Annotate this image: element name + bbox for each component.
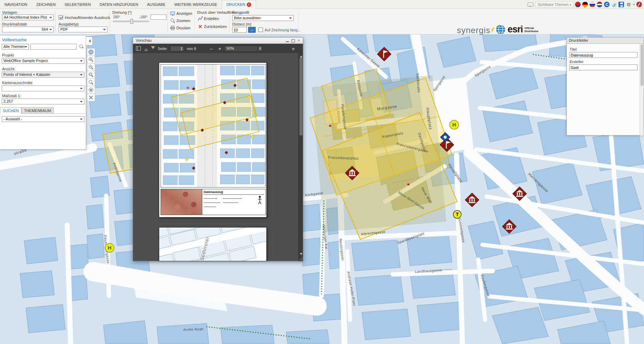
druckmassstab-select[interactable]: 564: [2, 27, 54, 32]
reset-icon: [198, 24, 203, 29]
preview-scrollbar[interactable]: [298, 53, 303, 261]
drehung-slider-track[interactable]: [113, 21, 149, 22]
tab-drucken[interactable]: DRUCKEN×: [222, 0, 256, 9]
hochaufloesend-checkbox[interactable]: [59, 15, 63, 20]
ersteller-input[interactable]: [569, 64, 637, 70]
scroll-up-icon[interactable]: [300, 54, 303, 58]
magnifier-icon: [170, 18, 175, 23]
window-resize-grip[interactable]: [299, 257, 303, 261]
spinner-up-icon[interactable]: [259, 46, 261, 48]
druckmassstab-label: Druckmaßstab: [2, 22, 27, 26]
zoom-last-button[interactable]: [87, 79, 95, 86]
druckfelder-scrollbar[interactable]: [640, 44, 644, 135]
zoom-out-button[interactable]: [87, 63, 95, 71]
zoom-window-button[interactable]: [87, 71, 95, 79]
fangprofil-select[interactable]: Bitte auswählen: [232, 15, 294, 21]
zoom-out-preview-button[interactable]: –: [210, 45, 213, 51]
zoom-in-preview-button[interactable]: +: [218, 45, 221, 51]
zuruecksetzen-button[interactable]: Zurücksetzen: [198, 24, 227, 29]
auswahl-select[interactable]: - Auswahl -: [2, 116, 84, 122]
zoom-spinner[interactable]: [257, 46, 262, 51]
distanz-apply-button[interactable]: →: [248, 27, 256, 33]
tab-suchen[interactable]: SUCHEN: [0, 107, 21, 114]
verlauflinie-label: Druck über Verlauflinie: [197, 10, 235, 14]
drehung-value-input[interactable]: [151, 14, 166, 20]
anzeigen-button[interactable]: Anzeigen: [170, 11, 192, 16]
drucken-button[interactable]: Drucken: [170, 26, 191, 30]
tab-themenbaum[interactable]: THEMENBAUM: [21, 107, 54, 114]
map-viewport[interactable]: Admonter GasseBadgasseSackstraßeSporgass…: [0, 34, 644, 344]
drehung-slider-handle[interactable]: [130, 19, 133, 24]
ausgabetyp-label: Ausgabetyp: [59, 22, 79, 26]
zoomen-button[interactable]: Zoomen: [170, 18, 190, 23]
erstellen-button[interactable]: Erstellen: [198, 16, 219, 21]
ansicht-select[interactable]: Points of Interest + Kataster: [2, 72, 84, 78]
search-icon[interactable]: [79, 44, 84, 49]
projekt-select[interactable]: WebOffice Sample Project: [2, 58, 84, 64]
tab-navigation[interactable]: NAVIGATION: [0, 0, 32, 9]
titel-input[interactable]: [569, 52, 637, 58]
poi-dot-icon[interactable]: [407, 183, 409, 185]
tab-weitere-werkzeuge[interactable]: WEITERE WERKZEUGE: [170, 0, 222, 9]
zoom-in-button[interactable]: [87, 56, 95, 63]
logout-icon[interactable]: [636, 2, 642, 7]
draw-line-icon: [198, 16, 203, 21]
tab-ausgabe[interactable]: AUSGABE: [143, 0, 170, 9]
tab-daten-hinzufuegen[interactable]: DATEN HINZUFÜGEN: [95, 0, 143, 9]
scrollbar-thumb[interactable]: [641, 44, 643, 86]
more-tools-button[interactable]: »: [292, 46, 295, 51]
vorlagen-select[interactable]: A4 Hochformat Index Plot: [2, 14, 54, 20]
volltextsuche-link[interactable]: Volltextsuche: [2, 38, 27, 42]
poi-dot-icon[interactable]: [329, 125, 331, 127]
page-layout-icon[interactable]: [136, 46, 141, 51]
vorschau-titlebar[interactable]: Vorschau ×: [133, 38, 303, 44]
copyright-icon[interactable]: C: [604, 2, 610, 7]
save-icon[interactable]: [619, 2, 624, 7]
scrollbar-thumb[interactable]: [299, 58, 303, 135]
comment-bubble-icon[interactable]: [528, 2, 533, 7]
restore-icon[interactable]: [290, 38, 295, 43]
auf-zeichnung-checkbox[interactable]: [258, 28, 263, 32]
panel-collapse-button[interactable]: [86, 37, 93, 45]
massstab-select[interactable]: 2.257: [2, 99, 84, 104]
tab-selektieren[interactable]: SELEKTIEREN: [60, 0, 95, 9]
poi-halt-icon[interactable]: H: [450, 120, 459, 129]
distanz-input[interactable]: [232, 27, 247, 33]
preview-content[interactable]: Datenauszug: [133, 53, 299, 261]
overview-globe-button[interactable]: [87, 48, 95, 56]
drehung-label: Drehung [°]: [112, 10, 132, 14]
language-flag-uk-icon[interactable]: [575, 2, 581, 7]
zoom-level-select[interactable]: 50%: [224, 45, 263, 52]
main-tab-bar: NAVIGATIONZEICHNENSELEKTIERENDATEN HINZU…: [0, 0, 644, 9]
tab-close-icon[interactable]: ×: [247, 2, 251, 7]
next-page-icon[interactable]: [151, 46, 155, 51]
kartenausschnitte-select[interactable]: [2, 85, 84, 91]
massstab-label: Maßstab 1:: [2, 94, 21, 98]
share-link-icon[interactable]: [611, 2, 617, 7]
settings-chevron-icon[interactable]: ▾: [633, 3, 635, 6]
settings-gear-icon[interactable]: ⚙: [626, 2, 631, 7]
preview-page-2: Südtiroler: [159, 227, 267, 261]
scroll-down-icon[interactable]: [300, 253, 303, 256]
language-flag-nl-icon[interactable]: [597, 2, 602, 7]
spinner-down-icon[interactable]: [259, 49, 261, 51]
language-flag-ru-icon[interactable]: [590, 2, 595, 7]
page-number-input[interactable]: [170, 46, 184, 51]
display-icon: [170, 11, 175, 16]
svg-text:H: H: [452, 122, 456, 128]
ausgabetyp-select[interactable]: PDF: [59, 27, 108, 32]
center-point-button[interactable]: [87, 86, 95, 94]
language-flag-de-icon[interactable]: [582, 2, 588, 7]
sichtbare-themen-button[interactable]: Sichtbare Themen ▾: [535, 1, 573, 8]
close-icon[interactable]: ×: [296, 38, 301, 43]
minimize-icon[interactable]: [285, 38, 290, 43]
street-label: Arche Noah: [183, 327, 204, 332]
tab-zeichnen[interactable]: ZEICHNEN: [32, 0, 60, 9]
poi-taxi-icon[interactable]: T: [453, 211, 461, 219]
poi-halt-icon[interactable]: H: [105, 243, 114, 252]
map-canvas[interactable]: Admonter GasseBadgasseSackstraßeSporgass…: [0, 34, 644, 344]
alle-themen-select[interactable]: Alle Themen: [2, 44, 29, 50]
volltext-search-input[interactable]: [30, 44, 76, 50]
measure-button[interactable]: [87, 94, 95, 101]
previous-page-icon[interactable]: [144, 46, 148, 51]
